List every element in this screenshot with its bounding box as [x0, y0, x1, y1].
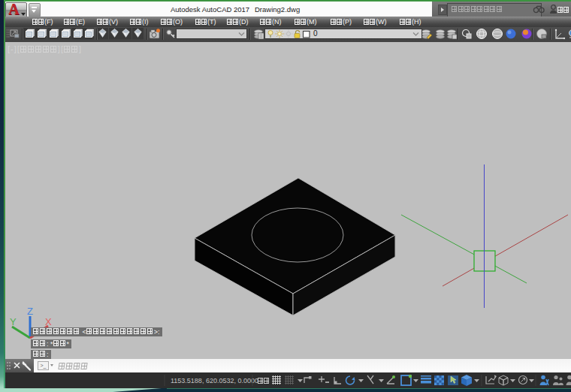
svg-text:Y: Y [10, 316, 17, 327]
svg-text:Z: Z [27, 306, 33, 317]
svg-text:X: X [45, 316, 52, 327]
